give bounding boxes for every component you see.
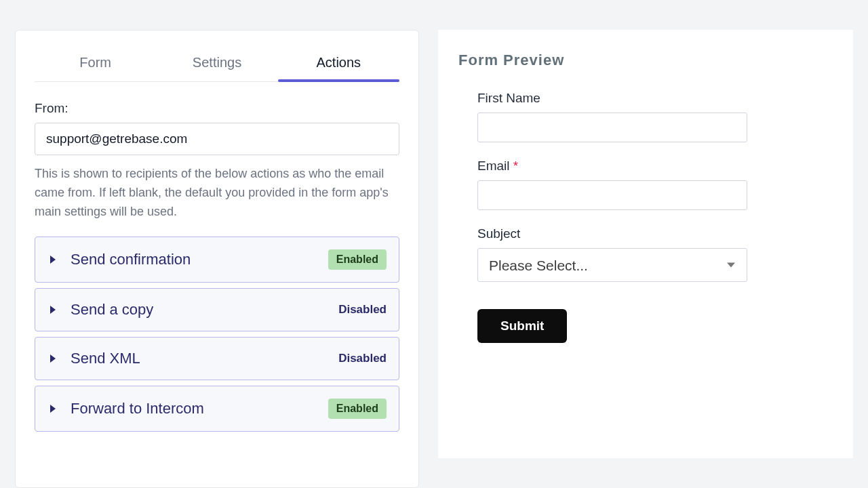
from-label: From:: [35, 101, 399, 116]
form-preview-card: Form Preview First Name Email * Subject …: [438, 30, 853, 458]
action-row-send-confirmation[interactable]: Send confirmation Enabled: [35, 237, 399, 283]
email-input[interactable]: [477, 180, 747, 210]
caret-right-icon: [50, 405, 56, 413]
caret-right-icon: [50, 256, 56, 264]
action-title: Send a copy: [71, 301, 338, 319]
subject-label: Subject: [477, 226, 747, 241]
status-badge: Enabled: [328, 249, 387, 270]
subject-select-wrap: Please Select...: [477, 248, 747, 282]
first-name-input[interactable]: [477, 113, 747, 142]
form-preview-heading: Form Preview: [458, 52, 833, 69]
required-asterisk-icon: *: [513, 159, 518, 173]
status-badge: Disabled: [338, 303, 387, 317]
from-input[interactable]: [35, 123, 399, 155]
action-row-forward-to-intercom[interactable]: Forward to Intercom Enabled: [35, 386, 399, 432]
first-name-label: First Name: [477, 91, 747, 106]
tab-settings[interactable]: Settings: [156, 48, 277, 81]
status-badge: Enabled: [328, 399, 387, 419]
caret-right-icon: [50, 306, 56, 314]
email-label-text: Email: [477, 159, 513, 173]
action-row-send-a-copy[interactable]: Send a copy Disabled: [35, 288, 399, 331]
tab-bar: Form Settings Actions: [35, 48, 399, 82]
action-title: Send confirmation: [71, 251, 328, 268]
status-badge: Disabled: [338, 352, 387, 365]
preview-body: First Name Email * Subject Please Select…: [458, 91, 833, 343]
from-helper-text: This is shown to recipients of the below…: [35, 165, 399, 222]
email-label: Email *: [477, 159, 747, 174]
tab-actions[interactable]: Actions: [278, 48, 399, 81]
subject-select[interactable]: Please Select...: [477, 248, 747, 282]
tab-form[interactable]: Form: [35, 48, 156, 81]
caret-right-icon: [50, 354, 56, 363]
submit-button[interactable]: Submit: [477, 309, 567, 343]
actions-card: Form Settings Actions From: This is show…: [15, 30, 419, 488]
action-row-send-xml[interactable]: Send XML Disabled: [35, 337, 399, 380]
action-title: Send XML: [71, 350, 338, 367]
action-title: Forward to Intercom: [71, 400, 328, 418]
